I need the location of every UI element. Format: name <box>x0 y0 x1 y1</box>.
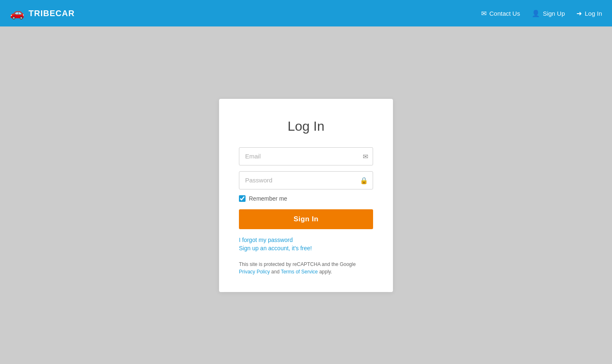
logo-text: TRIBECAR <box>29 9 75 18</box>
logo-link[interactable]: 🚗 TRIBECAR <box>10 7 75 19</box>
recaptcha-text: This site is protected by reCAPTCHA and … <box>239 261 373 275</box>
sign-in-button[interactable]: Sign In <box>239 209 373 229</box>
log-in-label: Log In <box>585 10 602 17</box>
forgot-password-link[interactable]: I forgot my password <box>239 237 373 243</box>
login-card: Log In ✉ 🔒 Remember me Sign In I forgot … <box>219 99 393 292</box>
password-input[interactable] <box>239 171 373 189</box>
sign-up-label: Sign Up <box>543 10 565 17</box>
nav-links: ✉ Contact Us 👤 Sign Up ➜ Log In <box>481 10 602 17</box>
login-title: Log In <box>239 119 373 134</box>
navbar: 🚗 TRIBECAR ✉ Contact Us 👤 Sign Up ➜ Log … <box>0 0 612 26</box>
recaptcha-and-text: and <box>271 269 279 275</box>
remember-me-checkbox[interactable] <box>239 195 246 202</box>
person-icon: 👤 <box>532 10 540 17</box>
sign-up-link[interactable]: 👤 Sign Up <box>532 10 565 17</box>
page-body: Log In ✉ 🔒 Remember me Sign In I forgot … <box>0 26 612 364</box>
signup-account-link[interactable]: Sign up an account, it's free! <box>239 245 373 251</box>
privacy-policy-link[interactable]: Privacy Policy <box>239 269 270 275</box>
remember-me-label[interactable]: Remember me <box>249 195 287 202</box>
password-input-wrapper: 🔒 <box>239 171 373 189</box>
login-icon: ➜ <box>576 10 582 17</box>
email-icon: ✉ <box>481 10 487 17</box>
recaptcha-after-text: apply. <box>319 269 332 275</box>
logo-icon: 🚗 <box>10 7 24 19</box>
contact-us-link[interactable]: ✉ Contact Us <box>481 10 520 17</box>
recaptcha-before-text: This site is protected by reCAPTCHA and … <box>239 261 356 267</box>
remember-me-row: Remember me <box>239 195 373 202</box>
email-input[interactable] <box>239 147 373 165</box>
links-section: I forgot my password Sign up an account,… <box>239 237 373 251</box>
log-in-link[interactable]: ➜ Log In <box>576 10 602 17</box>
contact-us-label: Contact Us <box>489 10 520 17</box>
email-input-wrapper: ✉ <box>239 147 373 165</box>
terms-of-service-link[interactable]: Terms of Service <box>281 269 318 275</box>
